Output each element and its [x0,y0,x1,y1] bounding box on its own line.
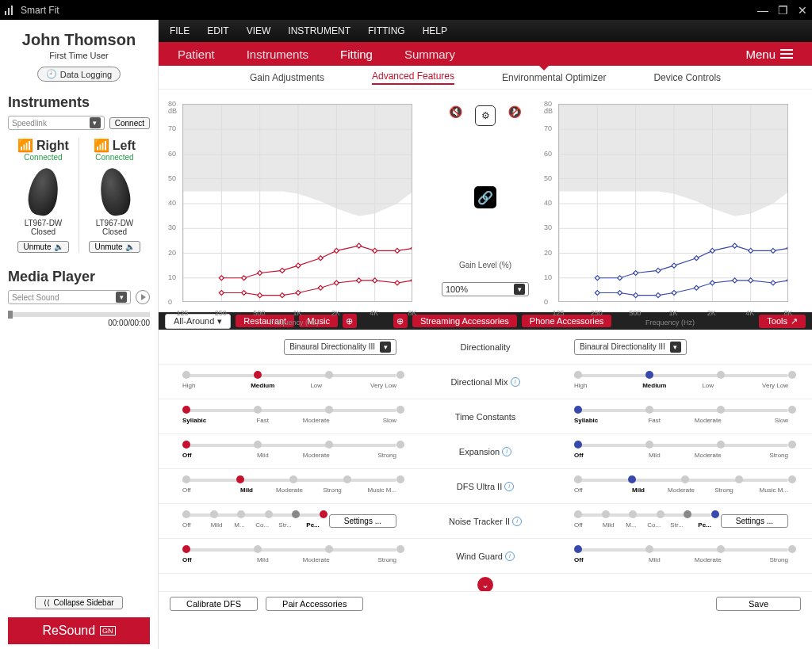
mix-slider-right[interactable] [182,374,396,377]
chart-left: i dB Frequency (Hz) 01020304050607080125… [558,104,788,304]
directionality-select-left[interactable]: Binaural Directionality III▾ [574,339,687,355]
nav-summary[interactable]: Summary [404,48,455,61]
info-icon[interactable]: i [511,377,520,387]
right-device-image [25,166,62,217]
calibrate-dfs-button[interactable]: Calibrate DFS [170,597,258,611]
noise-settings-button-left[interactable]: Settings ... [721,514,788,528]
left-unmute-button[interactable]: Unmute🔈 [89,241,140,253]
right-unmute-label: Unmute [23,242,51,251]
menu-help[interactable]: HELP [423,25,447,36]
tools-label: Tools [767,316,787,326]
dir-select-value: Binaural Directionality III [580,342,665,351]
x-axis-label: Frequency (Hz) [645,319,695,326]
subnav-device[interactable]: Device Controls [653,72,721,83]
feature-label-noise: Noise Tracker IIi [396,517,574,526]
titlebar: Smart Fit — ❐ ✕ [0,0,812,20]
noise-slider-left[interactable] [574,513,711,517]
app-logo-icon [5,5,16,16]
menu-file[interactable]: FILE [170,25,190,36]
right-ear-panel: 📶Right Connected LT967-DW Closed Unmute🔈 [8,138,79,253]
left-ear-panel: 📶Left Connected LT967-DW Closed Unmute🔈 [79,138,150,253]
right-model: LT967-DW [11,219,75,227]
app-title: Smart Fit [21,5,59,16]
add-program-button[interactable]: ⊕ [343,314,357,328]
data-logging-button[interactable]: 🕘 Data Logging [37,67,121,82]
right-unmute-button[interactable]: Unmute🔈 [17,241,68,253]
subnav-gain[interactable]: Gain Adjustments [250,72,324,83]
time-slider-right[interactable] [182,409,396,412]
data-logging-label: Data Logging [60,70,112,79]
save-button[interactable]: Save [716,597,801,611]
navbar-menu-label: Menu [745,48,776,61]
menu-edit[interactable]: EDIT [207,25,228,36]
subnav-advanced[interactable]: Advanced Features [372,71,454,85]
wind-slider-left[interactable] [574,548,788,552]
program-label: All-Around [174,316,214,326]
chevron-down-icon: ▾ [217,316,222,326]
wind-slider-right[interactable] [182,548,396,552]
feature-label-wind: Wind Guardi [396,552,574,561]
left-status: Connected [82,153,147,162]
wifi-icon: 📶 [17,138,33,153]
sliders-icon[interactable]: ⚙ [475,105,496,126]
directionality-select-right[interactable]: Binaural Directionality III▾ [284,339,396,355]
navbar-menu-button[interactable]: Menu [745,48,793,61]
y-axis-label: dB [168,107,177,115]
window-close-button[interactable]: ✕ [798,4,807,17]
clock-icon: 🕘 [46,69,57,79]
dir-select-value: Binaural Directionality III [289,342,375,351]
tools-button[interactable]: Tools↗ [759,315,806,328]
link-type-select[interactable]: Speedlink ▾ [8,116,105,130]
pair-accessories-button[interactable]: Pair Accessories [266,597,363,611]
media-progress[interactable] [8,312,150,317]
menubar: FILE EDIT VIEW INSTRUMENT FITTING HELP [159,20,812,42]
expand-features-button[interactable]: ⌄ [477,577,493,591]
mute-right-icon[interactable]: 🔇 [508,105,522,126]
gain-level-select[interactable]: 100% ▾ [442,282,529,296]
add-streaming-button[interactable]: ⊕ [393,314,408,328]
left-model: LT967-DW [82,219,147,227]
info-icon[interactable]: i [505,552,515,561]
time-slider-left[interactable] [574,409,788,412]
info-icon[interactable]: i [512,517,522,526]
menu-instrument[interactable]: INSTRUMENT [288,25,350,36]
mix-slider-left[interactable] [574,374,788,377]
info-icon[interactable]: i [504,482,514,491]
subnav-env[interactable]: Environmental Optimizer [502,72,606,83]
wifi-icon: 📶 [94,138,109,153]
sidebar: John Thomson First Time User 🕘 Data Logg… [0,20,159,649]
dfs-slider-right[interactable] [182,479,396,482]
sound-select[interactable]: Select Sound ▾ [8,290,131,304]
streaming-tab[interactable]: Streaming Accessories [412,315,517,327]
menu-fitting[interactable]: FITTING [368,25,405,36]
media-time: 00:00/00:00 [8,319,150,327]
brand-logo: ReSound GN [8,617,150,644]
exp-slider-right[interactable] [182,444,396,447]
exp-slider-left[interactable] [574,444,788,447]
window-maximize-button[interactable]: ❐ [778,4,788,17]
y-axis-label: dB [544,107,553,115]
noise-settings-button-right[interactable]: Settings ... [329,514,396,528]
nav-instruments[interactable]: Instruments [247,48,308,61]
left-label: Left [113,139,136,153]
feature-label-directionality: Directionality [396,342,574,352]
footer-buttons: Calibrate DFS Pair Accessories Save [159,591,812,616]
feature-label-mix: Directional Mixi [396,377,574,387]
collapse-sidebar-button[interactable]: ⟨⟨Collapse Sidebar [35,596,122,609]
brand-text: ReSound [42,624,95,638]
mute-left-icon[interactable]: 🔇 [449,105,462,126]
play-button[interactable] [136,290,150,304]
patient-type: First Time User [8,51,150,60]
connect-button[interactable]: Connect [109,117,150,129]
brand-gn: GN [100,626,116,636]
nav-fitting[interactable]: Fitting [340,48,373,61]
left-dome: Closed [82,227,147,236]
noise-slider-right[interactable] [182,513,320,517]
dfs-slider-left[interactable] [574,479,788,482]
nav-patient[interactable]: Patient [178,48,215,61]
charts-area: i dB Frequency (Hz) 01020304050607080125… [159,90,812,312]
menu-view[interactable]: VIEW [247,25,271,36]
info-icon[interactable]: i [502,447,511,456]
window-minimize-button[interactable]: — [757,4,768,17]
link-ears-button[interactable]: 🔗 [474,186,496,208]
